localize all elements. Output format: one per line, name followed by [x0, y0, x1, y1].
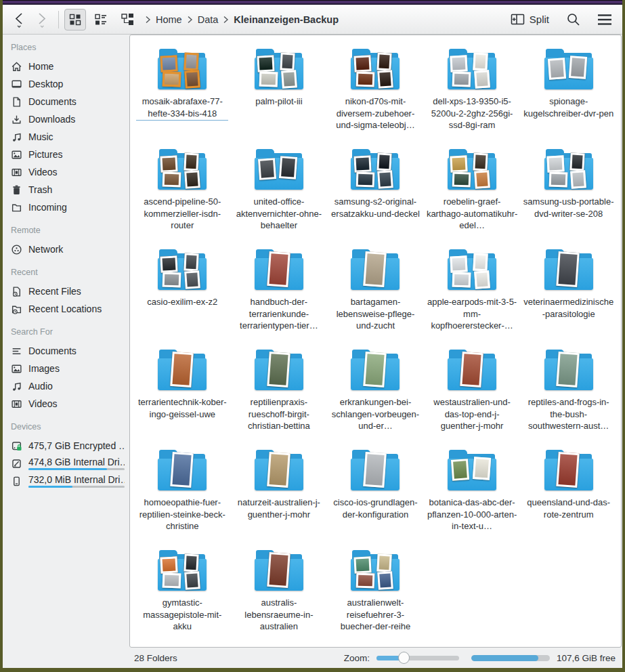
folder-item[interactable]: australienwelt-reisefuehrer-3-buecher-de… [327, 545, 424, 645]
folder-item[interactable]: united-office-aktenvernichter-ohne-behae… [231, 144, 328, 244]
folder-item[interactable]: palm-pilot-iii [231, 43, 328, 144]
book-cover-thumbnail [170, 452, 194, 488]
folder-item[interactable]: reptilienpraxis-rueschoff-birgit-christi… [231, 344, 328, 444]
sidebar-item-desktop[interactable]: Desktop [11, 75, 125, 93]
folder-icon [157, 350, 207, 392]
folder-item[interactable]: australis-lebensraeume-in-australien [231, 545, 328, 645]
sidebar-item-network[interactable]: Network [11, 240, 125, 258]
folder-icon [544, 450, 594, 492]
icons-view-button[interactable] [64, 9, 86, 30]
drive-encrypted-icon [11, 440, 22, 452]
photo-thumbnail [280, 53, 295, 71]
sidebar-item-images[interactable]: Images [11, 360, 125, 377]
sidebar-item-recent-locations[interactable]: Recent Locations [11, 300, 125, 318]
folder-item[interactable]: mosaik-abrafaxe-77-hefte-334-bis-418 [134, 43, 231, 144]
folder-item[interactable]: reptiles-and-frogs-in-the-bush-southwest… [520, 344, 617, 444]
split-button[interactable]: Split [507, 9, 553, 30]
sidebar-item-home[interactable]: Home [11, 58, 125, 75]
sidebar-item-incoming[interactable]: Incoming [11, 198, 125, 216]
search-images-icon [11, 363, 22, 375]
folder-name: dell-xps-13-9350-i5-5200u-2-2ghz-256gi-s… [426, 96, 518, 133]
folder-name: bartagamen-lebensweise-pflege-und-zucht [329, 296, 421, 333]
folder-item[interactable]: cisco-ios-grundlagen-der-konfiguration [327, 444, 424, 545]
photo-thumbnail [163, 272, 181, 288]
breadcrumb-chevron-icon [186, 16, 194, 24]
sidebar-item-downloads[interactable]: Downloads [11, 110, 125, 128]
main-toolbar: Home Data Kleinanzeigen-Backup Split [3, 5, 622, 35]
details-view-button[interactable] [90, 9, 112, 30]
folder-icon [544, 149, 594, 191]
folder-item[interactable]: terrarientechnik-kober-ingo-geissel-uwe [134, 344, 231, 444]
photo-thumbnail [184, 270, 200, 289]
photo-thumbnail [569, 56, 587, 79]
folder-name: gymtastic-massagepistole-mit-akku [136, 597, 228, 634]
folder-icon [157, 249, 207, 291]
folder-name: spionage-kugelschreiber-dvr-pen [523, 96, 615, 121]
folder-item[interactable]: samsung-s2-original-ersatzakku-und-decke… [327, 144, 424, 244]
folder-item[interactable]: gymtastic-massagepistole-mit-akku [134, 545, 231, 645]
free-space-bar-fill [471, 655, 538, 661]
zoom-slider[interactable] [376, 652, 459, 664]
sidebar-item-recent-files[interactable]: Recent Files [11, 282, 125, 300]
folder-icon [254, 149, 304, 191]
folder-icon [254, 350, 304, 392]
folder-item[interactable]: dell-xps-13-9350-i5-5200u-2-2ghz-256gi-s… [424, 43, 521, 144]
sidebar-item-732-0-mib-internal-dri-[interactable]: 732,0 MiB Internal Dri… [11, 472, 125, 490]
tree-view-button[interactable] [117, 9, 139, 30]
folder-icon [350, 149, 400, 191]
folder-item[interactable]: apple-earpods-mit-3-5-mm-kopfhoerersteck… [424, 244, 521, 344]
sidebar-item-pictures[interactable]: Pictures [11, 146, 125, 163]
folder-item[interactable]: casio-exilim-ex-z2 [134, 244, 231, 344]
folder-item[interactable]: nikon-d70s-mit-diversem-zubehoer-und-sig… [327, 43, 424, 144]
photo-thumbnail [184, 70, 200, 89]
sidebar-item-audio[interactable]: Audio [11, 377, 125, 395]
recent-locations-icon [11, 303, 22, 315]
breadcrumb-data[interactable]: Data [195, 12, 221, 27]
photo-thumbnail [451, 459, 469, 481]
folder-item[interactable]: homoeopathie-fuer-reptilien-steinke-beck… [134, 444, 231, 545]
back-button[interactable] [9, 9, 31, 30]
sidebar-item-trash[interactable]: Trash [11, 181, 125, 198]
sidebar-item-documents[interactable]: Documents [11, 342, 125, 360]
folder-item[interactable]: queensland-und-das-rote-zentrum [520, 444, 617, 545]
home-icon [11, 61, 22, 72]
desktop-icon [11, 79, 22, 90]
folder-name: united-office-aktenvernichter-ohne-behae… [233, 196, 325, 233]
breadcrumb-current-folder[interactable]: Kleinanzeigen-Backup [231, 12, 341, 27]
folder-item[interactable]: roebelin-graef-karthago-automatikuhr-ede… [424, 144, 521, 244]
folder-item[interactable]: spionage-kugelschreiber-dvr-pen [520, 43, 617, 144]
forward-button[interactable] [31, 9, 53, 30]
folder-view[interactable]: mosaik-abrafaxe-77-hefte-334-bis-418palm… [129, 35, 622, 648]
folder-item[interactable]: handbuch-der-terrarienkunde-terrarientyp… [231, 244, 328, 344]
sidebar-item-videos[interactable]: Videos [11, 163, 125, 181]
photo-thumbnail [450, 55, 468, 72]
sidebar-item-label: Incoming [28, 202, 125, 213]
folder-name: casio-exilim-ex-z2 [147, 296, 217, 310]
search-button[interactable] [563, 9, 584, 30]
folder-item[interactable]: naturzeit-australien-j-guenther-j-mohr [231, 444, 328, 545]
folder-item[interactable]: samsung-usb-portable-dvd-writer-se-208 [520, 144, 617, 244]
photo-thumbnail [279, 156, 297, 180]
zoom-slider-handle[interactable] [398, 652, 410, 664]
folder-icon [447, 249, 497, 291]
folder-item[interactable]: bartagamen-lebensweise-pflege-und-zucht [327, 244, 424, 344]
sidebar-item-videos[interactable]: Videos [11, 395, 125, 413]
sidebar-item-music[interactable]: Music [11, 128, 125, 146]
folder-item[interactable]: ascend-pipeline-50-kommerzieller-isdn-ro… [134, 144, 231, 244]
folder-name: homoeopathie-fuer-reptilien-steinke-beck… [136, 497, 228, 534]
folder-grid: mosaik-abrafaxe-77-hefte-334-bis-418palm… [130, 35, 621, 648]
folder-item[interactable]: erkrankungen-bei-schlangen-vorbeugen-und… [327, 344, 424, 444]
folder-item[interactable]: westaustralien-und-das-top-end-j-guenthe… [424, 344, 521, 444]
breadcrumb-home[interactable]: Home [153, 12, 185, 27]
recent-files-icon [11, 286, 22, 297]
hamburger-menu-button[interactable] [594, 9, 616, 30]
sidebar-item-documents[interactable]: Documents [11, 93, 125, 110]
details-view-icon [93, 12, 108, 27]
photo-thumbnail [472, 457, 490, 480]
photo-thumbnail [353, 155, 371, 172]
sidebar-item-474-8-gib-internal-dri-[interactable]: 474,8 GiB Internal Dri… [11, 455, 125, 472]
sidebar-item-475-7-gib-encrypted-[interactable]: 475,7 GiB Encrypted … [11, 437, 125, 455]
folder-item[interactable]: botanica-das-abc-der-pflanzen-10-000-art… [424, 444, 521, 545]
folder-item[interactable]: veterinaermedizinische-parasitologie [520, 244, 617, 344]
sidebar-item-label: Recent Files [28, 286, 125, 297]
